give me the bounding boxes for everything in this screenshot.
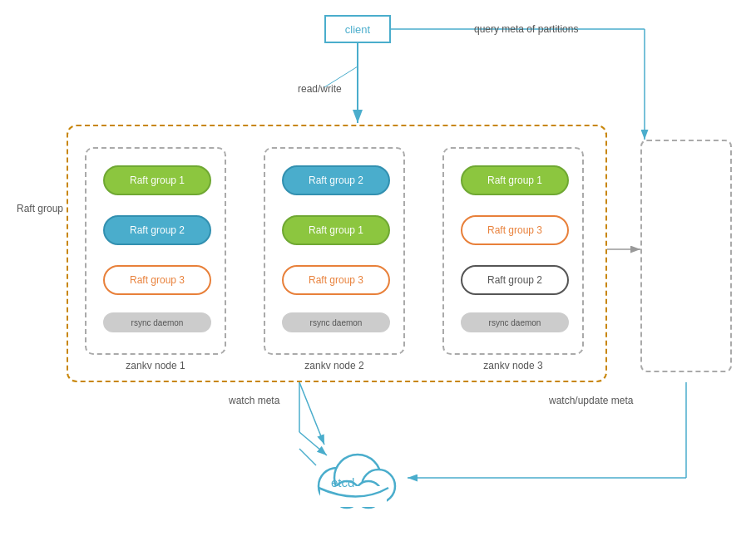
node-1-box: Raft group 1 Raft group 2 Raft group 3 r…	[85, 147, 226, 355]
node2-raft2: Raft group 2	[282, 165, 390, 195]
node2-rsync: rsync daemon	[282, 312, 390, 332]
node-3-box: Raft group 1 Raft group 3 Raft group 2 r…	[442, 147, 584, 355]
watch-meta-label: watch meta	[229, 395, 279, 406]
raft-group-outer-label: Raft group	[17, 203, 63, 214]
node2-raft3: Raft group 3	[282, 265, 390, 295]
node3-raft3: Raft group 3	[461, 215, 569, 245]
node1-label: zankv node 1	[86, 360, 225, 371]
placement-driver-box: PLACEMENT Driver PD 1 PD 2 PD 3	[640, 140, 732, 372]
architecture-diagram: client read/write query meta of partitio…	[0, 0, 756, 536]
node3-raft1: Raft group 1	[461, 165, 569, 195]
node3-label: zankv node 3	[444, 360, 582, 371]
node1-raft1: Raft group 1	[103, 165, 211, 195]
client-box: client	[324, 15, 391, 43]
watch-update-meta-label: watch/update meta	[549, 395, 633, 406]
read-write-label: read/write	[298, 83, 342, 95]
node1-rsync: rsync daemon	[103, 312, 211, 332]
node1-raft3: Raft group 3	[103, 265, 211, 295]
etcd-label: etcd	[331, 475, 354, 489]
node2-raft1: Raft group 1	[282, 215, 390, 245]
node1-raft2: Raft group 2	[103, 215, 211, 245]
node3-raft2: Raft group 2	[461, 265, 569, 295]
main-container: Raft group 1 Raft group 2 Raft group 3 r…	[67, 125, 607, 382]
node-2-box: Raft group 2 Raft group 1 Raft group 3 r…	[264, 147, 405, 355]
node2-label: zankv node 2	[265, 360, 403, 371]
node3-rsync: rsync daemon	[461, 312, 569, 332]
svg-line-8	[299, 382, 324, 445]
client-label: client	[345, 23, 370, 36]
query-meta-label: query meta of partitions	[474, 23, 578, 35]
